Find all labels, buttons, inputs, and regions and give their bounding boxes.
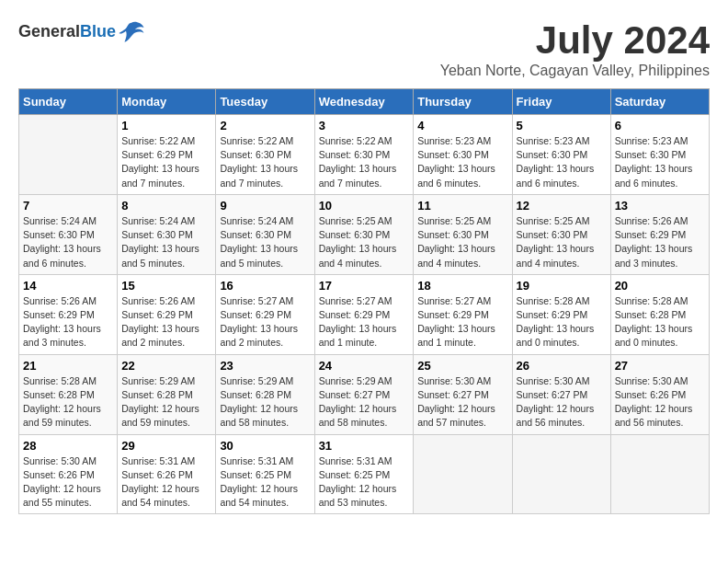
title-section: July 2024 Yeban Norte, Cagayan Valley, P…: [440, 18, 710, 79]
week-row-4: 28Sunrise: 5:30 AM Sunset: 6:26 PM Dayli…: [19, 434, 710, 514]
calendar-cell: 12Sunrise: 5:25 AM Sunset: 6:30 PM Dayli…: [512, 194, 610, 274]
calendar-cell: 23Sunrise: 5:29 AM Sunset: 6:28 PM Dayli…: [216, 354, 314, 434]
day-info: Sunrise: 5:23 AM Sunset: 6:30 PM Dayligh…: [517, 134, 607, 190]
header-sunday: Sunday: [19, 89, 118, 115]
header-wednesday: Wednesday: [314, 89, 414, 115]
calendar-cell: 30Sunrise: 5:31 AM Sunset: 6:25 PM Dayli…: [216, 434, 314, 514]
day-number: 17: [319, 279, 410, 293]
day-number: 6: [615, 119, 705, 132]
day-info: Sunrise: 5:29 AM Sunset: 6:27 PM Dayligh…: [319, 374, 410, 431]
day-info: Sunrise: 5:31 AM Sunset: 6:26 PM Dayligh…: [121, 454, 211, 511]
day-info: Sunrise: 5:30 AM Sunset: 6:26 PM Dayligh…: [615, 374, 705, 431]
day-number: 23: [220, 359, 310, 373]
day-info: Sunrise: 5:31 AM Sunset: 6:25 PM Dayligh…: [220, 454, 310, 511]
day-number: 19: [517, 279, 607, 293]
day-info: Sunrise: 5:26 AM Sunset: 6:29 PM Dayligh…: [121, 294, 211, 350]
calendar-cell: 17Sunrise: 5:27 AM Sunset: 6:29 PM Dayli…: [314, 274, 414, 354]
header: GeneralBlue July 2024 Yeban Norte, Cagay…: [18, 18, 710, 79]
calendar-cell: 10Sunrise: 5:25 AM Sunset: 6:30 PM Dayli…: [314, 194, 414, 274]
day-info: Sunrise: 5:24 AM Sunset: 6:30 PM Dayligh…: [23, 214, 113, 270]
logo-blue: Blue: [80, 22, 116, 40]
day-number: 20: [615, 279, 705, 293]
day-info: Sunrise: 5:23 AM Sunset: 6:30 PM Dayligh…: [615, 134, 705, 190]
header-thursday: Thursday: [414, 89, 512, 115]
day-info: Sunrise: 5:28 AM Sunset: 6:28 PM Dayligh…: [23, 374, 113, 431]
calendar-cell: 25Sunrise: 5:30 AM Sunset: 6:27 PM Dayli…: [414, 354, 512, 434]
day-info: Sunrise: 5:30 AM Sunset: 6:26 PM Dayligh…: [23, 454, 113, 511]
day-info: Sunrise: 5:27 AM Sunset: 6:29 PM Dayligh…: [417, 294, 507, 350]
day-number: 21: [23, 359, 113, 373]
calendar-cell: 15Sunrise: 5:26 AM Sunset: 6:29 PM Dayli…: [118, 274, 216, 354]
day-info: Sunrise: 5:31 AM Sunset: 6:25 PM Dayligh…: [319, 454, 410, 511]
calendar-cell: 14Sunrise: 5:26 AM Sunset: 6:29 PM Dayli…: [19, 274, 118, 354]
logo-general: General: [18, 22, 80, 40]
day-info: Sunrise: 5:24 AM Sunset: 6:30 PM Dayligh…: [220, 214, 310, 270]
calendar-cell: 29Sunrise: 5:31 AM Sunset: 6:26 PM Dayli…: [118, 434, 216, 514]
calendar-cell: [610, 434, 709, 514]
calendar-cell: [19, 115, 118, 195]
day-number: 15: [121, 279, 211, 293]
day-info: Sunrise: 5:30 AM Sunset: 6:27 PM Dayligh…: [517, 374, 607, 431]
calendar-cell: 18Sunrise: 5:27 AM Sunset: 6:29 PM Dayli…: [414, 274, 512, 354]
day-number: 13: [615, 199, 705, 213]
calendar-cell: 20Sunrise: 5:28 AM Sunset: 6:28 PM Dayli…: [610, 274, 709, 354]
day-info: Sunrise: 5:25 AM Sunset: 6:30 PM Dayligh…: [517, 214, 607, 270]
calendar-cell: 8Sunrise: 5:24 AM Sunset: 6:30 PM Daylig…: [118, 194, 216, 274]
day-number: 27: [615, 359, 705, 373]
day-number: 31: [319, 439, 410, 453]
calendar-cell: 9Sunrise: 5:24 AM Sunset: 6:30 PM Daylig…: [216, 194, 314, 274]
logo-bird-icon: [118, 18, 145, 44]
calendar-cell: 21Sunrise: 5:28 AM Sunset: 6:28 PM Dayli…: [19, 354, 118, 434]
day-info: Sunrise: 5:27 AM Sunset: 6:29 PM Dayligh…: [220, 294, 310, 350]
header-tuesday: Tuesday: [216, 89, 314, 115]
day-number: 22: [121, 359, 211, 373]
day-info: Sunrise: 5:29 AM Sunset: 6:28 PM Dayligh…: [220, 374, 310, 431]
day-info: Sunrise: 5:24 AM Sunset: 6:30 PM Dayligh…: [121, 214, 211, 270]
day-number: 25: [417, 359, 507, 373]
day-info: Sunrise: 5:30 AM Sunset: 6:27 PM Dayligh…: [417, 374, 507, 431]
week-row-3: 21Sunrise: 5:28 AM Sunset: 6:28 PM Dayli…: [19, 354, 710, 434]
day-number: 16: [220, 279, 310, 293]
calendar-cell: 6Sunrise: 5:23 AM Sunset: 6:30 PM Daylig…: [610, 115, 709, 195]
calendar-cell: 1Sunrise: 5:22 AM Sunset: 6:29 PM Daylig…: [118, 115, 216, 195]
header-monday: Monday: [118, 89, 216, 115]
calendar-cell: 4Sunrise: 5:23 AM Sunset: 6:30 PM Daylig…: [414, 115, 512, 195]
header-saturday: Saturday: [610, 89, 709, 115]
day-number: 10: [319, 199, 410, 213]
day-info: Sunrise: 5:22 AM Sunset: 6:30 PM Dayligh…: [220, 134, 310, 190]
month-title: July 2024: [440, 18, 710, 63]
calendar-cell: 13Sunrise: 5:26 AM Sunset: 6:29 PM Dayli…: [610, 194, 709, 274]
day-info: Sunrise: 5:28 AM Sunset: 6:29 PM Dayligh…: [517, 294, 607, 350]
day-number: 8: [121, 199, 211, 213]
calendar-cell: 26Sunrise: 5:30 AM Sunset: 6:27 PM Dayli…: [512, 354, 610, 434]
day-number: 5: [517, 119, 607, 132]
week-row-0: 1Sunrise: 5:22 AM Sunset: 6:29 PM Daylig…: [19, 115, 710, 195]
day-info: Sunrise: 5:26 AM Sunset: 6:29 PM Dayligh…: [23, 294, 113, 350]
logo: GeneralBlue: [18, 18, 145, 44]
calendar-cell: 2Sunrise: 5:22 AM Sunset: 6:30 PM Daylig…: [216, 115, 314, 195]
calendar-cell: 27Sunrise: 5:30 AM Sunset: 6:26 PM Dayli…: [610, 354, 709, 434]
day-number: 4: [417, 119, 507, 132]
day-number: 7: [23, 199, 113, 213]
day-number: 29: [121, 439, 211, 453]
week-row-1: 7Sunrise: 5:24 AM Sunset: 6:30 PM Daylig…: [19, 194, 710, 274]
calendar-cell: 19Sunrise: 5:28 AM Sunset: 6:29 PM Dayli…: [512, 274, 610, 354]
day-number: 18: [417, 279, 507, 293]
day-number: 11: [417, 199, 507, 213]
calendar-cell: 24Sunrise: 5:29 AM Sunset: 6:27 PM Dayli…: [314, 354, 414, 434]
day-number: 9: [220, 199, 310, 213]
day-info: Sunrise: 5:27 AM Sunset: 6:29 PM Dayligh…: [319, 294, 410, 350]
location-title: Yeban Norte, Cagayan Valley, Philippines: [440, 63, 710, 79]
day-info: Sunrise: 5:28 AM Sunset: 6:28 PM Dayligh…: [615, 294, 705, 350]
calendar-cell: 5Sunrise: 5:23 AM Sunset: 6:30 PM Daylig…: [512, 115, 610, 195]
day-number: 30: [220, 439, 310, 453]
day-number: 26: [517, 359, 607, 373]
header-friday: Friday: [512, 89, 610, 115]
day-number: 3: [319, 119, 410, 132]
day-info: Sunrise: 5:25 AM Sunset: 6:30 PM Dayligh…: [319, 214, 410, 270]
calendar-header-row: SundayMondayTuesdayWednesdayThursdayFrid…: [19, 89, 710, 115]
calendar-cell: [512, 434, 610, 514]
day-info: Sunrise: 5:23 AM Sunset: 6:30 PM Dayligh…: [417, 134, 507, 190]
day-number: 24: [319, 359, 410, 373]
day-number: 14: [23, 279, 113, 293]
